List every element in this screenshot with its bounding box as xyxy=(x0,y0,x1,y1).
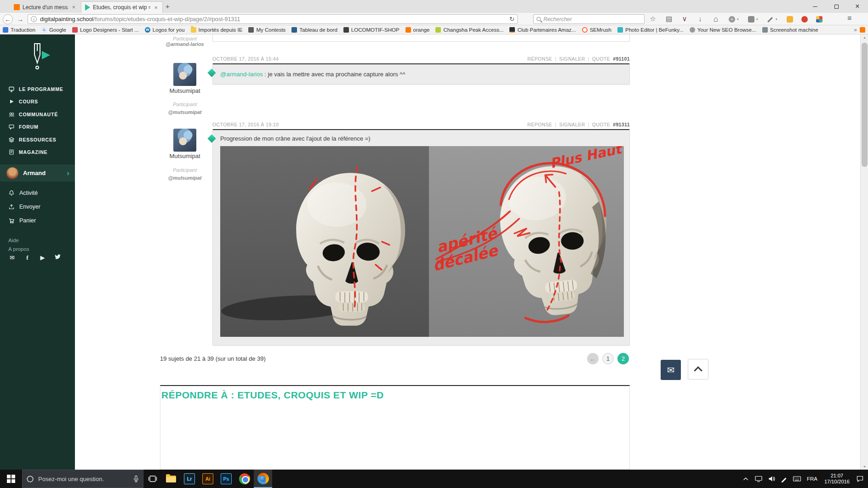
extension-dropdown-icon[interactable]: ▾ xyxy=(737,17,739,21)
extension-card-icon[interactable] xyxy=(787,16,793,23)
quote-link[interactable]: QUOTE xyxy=(592,122,610,127)
site-logo[interactable] xyxy=(0,41,75,75)
report-link[interactable]: SIGNALER xyxy=(559,122,585,127)
extension-pen-icon[interactable] xyxy=(767,16,774,23)
bookmark-item[interactable]: Club Partenaires Amaz... xyxy=(509,27,576,33)
start-button[interactable] xyxy=(0,470,22,488)
lightroom-button[interactable]: Lr xyxy=(180,470,199,488)
sidebar-item-programme[interactable]: LE PROGRAMME xyxy=(0,83,75,96)
sidebar-link-apropos[interactable]: A propos xyxy=(0,244,75,253)
minimize-button[interactable] xyxy=(805,0,826,13)
bookmark-item[interactable]: Logo Designers - Start ... xyxy=(72,27,139,33)
action-center-icon[interactable] xyxy=(854,475,865,482)
mention-link[interactable]: @armand-larios xyxy=(220,71,263,78)
downloads-icon[interactable]: ↓ xyxy=(696,15,705,23)
bookmark-item[interactable]: Your New SEO Browse... xyxy=(690,27,756,33)
pagination-page-1[interactable]: 1 xyxy=(602,353,614,364)
microphone-icon[interactable] xyxy=(133,475,139,482)
pagination-page-2[interactable]: 2 xyxy=(617,353,629,364)
menu-icon[interactable]: ≡ xyxy=(847,14,851,23)
photoshop-button[interactable]: Ps xyxy=(217,470,235,488)
scroll-down-arrow[interactable]: ▾ xyxy=(861,465,868,469)
sidebar-item-cours[interactable]: COURS xyxy=(0,96,75,108)
sidebar-item-communaute[interactable]: COMMUNAUTÉ xyxy=(0,108,75,121)
browser-tab-2[interactable]: Etudes, croquis et wip =D ... × xyxy=(81,1,163,13)
skull-study-image[interactable]: Plus Haut apérité décalée xyxy=(220,146,624,337)
tab-close-icon[interactable]: × xyxy=(153,4,159,11)
report-link[interactable]: SIGNALER xyxy=(559,56,585,62)
quote-link[interactable]: QUOTE xyxy=(592,56,610,62)
volume-icon[interactable] xyxy=(766,475,777,482)
task-view-button[interactable] xyxy=(143,470,162,488)
scrollbar-thumb[interactable] xyxy=(862,43,868,167)
file-explorer-button[interactable] xyxy=(162,470,180,488)
bookmark-item[interactable]: LOCOMOTIF-SHOP xyxy=(343,27,400,33)
twitter-icon[interactable] xyxy=(50,254,65,261)
hidden-icons-chevron[interactable] xyxy=(740,477,751,481)
contact-floating-button[interactable]: ✉ xyxy=(661,360,681,380)
bookmark-star-icon[interactable]: ☆ xyxy=(648,15,657,23)
bookmarks-overflow-icon[interactable] xyxy=(860,27,865,33)
bookmark-item[interactable]: Logos for you xyxy=(145,27,185,33)
site-info-icon[interactable]: i xyxy=(31,16,37,22)
bookmarks-overflow-chevron[interactable]: » xyxy=(854,27,857,33)
bookmark-item[interactable]: SEMrush xyxy=(582,27,611,33)
sidebar-link-aide[interactable]: Aide xyxy=(0,236,75,244)
avatar-mutsumipat[interactable] xyxy=(173,129,196,152)
extension-red-icon[interactable] xyxy=(801,16,808,23)
sidebar-item-activite[interactable]: Activité xyxy=(0,186,75,200)
tab-close-icon[interactable]: × xyxy=(71,4,76,11)
network-icon[interactable] xyxy=(753,475,764,482)
back-button[interactable]: ← xyxy=(3,14,13,24)
firefox-button-active[interactable] xyxy=(254,470,272,488)
facebook-icon[interactable]: f xyxy=(20,254,35,261)
pagination-prev-button[interactable]: ← xyxy=(587,353,599,364)
bookmark-item[interactable]: Importés depuis IE xyxy=(191,27,243,33)
extension-dropdown-icon[interactable]: ▾ xyxy=(756,17,758,21)
mail-icon[interactable]: ✉ xyxy=(5,254,20,261)
bookmark-item[interactable]: orange xyxy=(405,27,430,33)
bookmark-item[interactable]: Tableau de bord xyxy=(291,27,337,33)
bookmark-item[interactable]: Google xyxy=(41,27,66,33)
clock[interactable]: 21:07 17/10/2016 xyxy=(822,473,852,485)
bookmark-item[interactable]: Photo Editor | BeFunky... xyxy=(617,27,684,33)
illustrator-button[interactable]: Ai xyxy=(199,470,217,488)
sidebar-item-panier[interactable]: Panier xyxy=(0,214,75,227)
language-indicator[interactable]: FRA xyxy=(805,476,820,482)
bookmark-item[interactable]: My Contests xyxy=(248,27,286,33)
browser-tab-1[interactable]: Lecture d'un message - m... × xyxy=(10,1,80,13)
extension-dropdown-icon[interactable]: ▾ xyxy=(776,17,777,21)
reload-icon[interactable]: ↻ xyxy=(509,16,514,23)
extension-grid-icon[interactable] xyxy=(748,16,754,23)
extension-color-icon[interactable] xyxy=(816,16,822,23)
sidebar-item-magazine[interactable]: MAGAZINE xyxy=(0,146,75,159)
close-button[interactable]: × xyxy=(847,0,868,13)
home-icon[interactable]: ⌂ xyxy=(711,15,720,24)
touch-keyboard-icon[interactable] xyxy=(792,476,803,482)
bookmark-item[interactable]: Traduction xyxy=(3,27,35,33)
avatar-mutsumipat[interactable] xyxy=(173,63,196,86)
sidebar-item-envoyer[interactable]: Envoyer xyxy=(0,200,75,214)
forward-button[interactable]: → xyxy=(15,14,25,24)
page-scrollbar[interactable]: ▴ ▾ xyxy=(860,34,868,470)
chrome-button[interactable] xyxy=(235,470,254,488)
pen-icon[interactable] xyxy=(779,476,790,482)
sidebar-item-ressources[interactable]: RESSOURCES xyxy=(0,133,75,146)
reading-list-icon[interactable]: ▤ xyxy=(664,15,674,23)
youtube-icon[interactable]: ▶ xyxy=(35,254,50,261)
sidebar-item-forum[interactable]: FORUM xyxy=(0,121,75,134)
search-input[interactable]: Rechercher xyxy=(533,14,645,24)
url-bar[interactable]: i digitalpainting.school/forums/topic/et… xyxy=(28,14,518,24)
pocket-icon[interactable]: ∨ xyxy=(680,15,689,23)
sidebar-user-armand[interactable]: Armand › xyxy=(0,165,75,182)
reply-link[interactable]: RÉPONSE xyxy=(527,122,552,127)
cortana-search-box[interactable]: Posez-moi une question. xyxy=(22,470,143,488)
scroll-up-arrow[interactable]: ▴ xyxy=(861,35,868,40)
bookmark-item[interactable]: Changsha Peak Access... xyxy=(435,27,503,33)
maximize-button[interactable] xyxy=(826,0,847,13)
reply-link[interactable]: RÉPONSE xyxy=(527,56,552,62)
bookmark-item[interactable]: Screenshot machine xyxy=(762,27,818,33)
scroll-to-top-button[interactable] xyxy=(688,359,708,380)
extension-blocker-icon[interactable]: × xyxy=(729,16,735,23)
new-tab-button[interactable]: + xyxy=(166,2,170,10)
